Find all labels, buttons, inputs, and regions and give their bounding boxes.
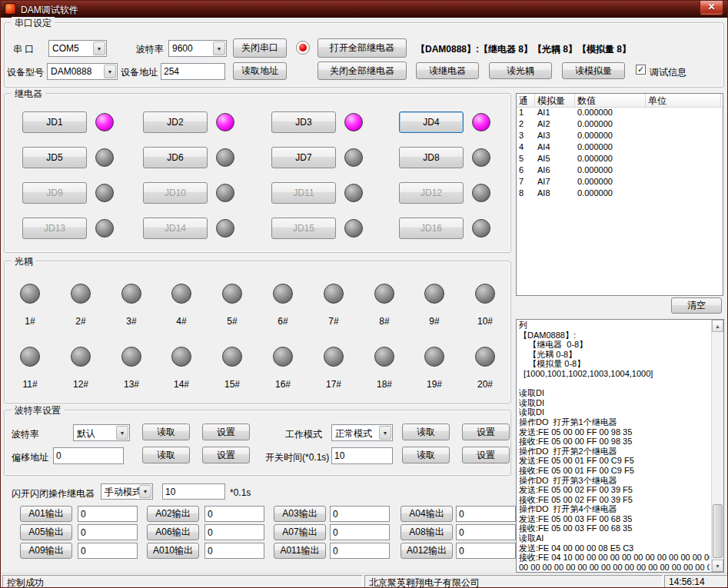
ao-input-11[interactable] xyxy=(330,543,390,559)
ao-button-A09输出[interactable]: A09输出 xyxy=(20,543,72,559)
relay-button-jd14[interactable]: JD14 xyxy=(143,218,208,239)
analog-row-1[interactable]: 1AI10.000000 xyxy=(517,108,723,119)
open-all-relays-button[interactable]: 打开全部继电器 xyxy=(317,38,407,58)
ao-button-A06输出[interactable]: A06输出 xyxy=(147,524,199,540)
baud-default-select[interactable]: 默认 xyxy=(73,424,130,441)
ao-button-A05输出[interactable]: A05输出 xyxy=(20,524,72,540)
ao-input-12[interactable] xyxy=(456,543,516,559)
ao-button-A03输出[interactable]: A03输出 xyxy=(274,506,326,522)
analog-row-2[interactable]: 2AI20.000000 xyxy=(517,119,723,131)
relay-button-jd15[interactable]: JD15 xyxy=(271,218,336,239)
relay-button-jd9[interactable]: JD9 xyxy=(22,182,87,204)
read-address-button[interactable]: 读取地址 xyxy=(233,62,287,80)
relay-button-jd16[interactable]: JD16 xyxy=(399,218,464,239)
device-model-value: DAM0888 xyxy=(51,66,91,77)
dropdown-arrow-icon[interactable] xyxy=(104,65,116,78)
close-icon: ✕ xyxy=(707,2,715,12)
dropdown-arrow-icon[interactable] xyxy=(116,426,128,440)
ao-button-A08输出[interactable]: A08输出 xyxy=(401,524,453,540)
read-opto-button[interactable]: 读光耦 xyxy=(489,62,552,79)
ao-button-A011输出[interactable]: A011输出 xyxy=(274,543,326,559)
relay-button-jd1[interactable]: JD1 xyxy=(22,111,87,133)
ao-button-A01输出[interactable]: A01输出 xyxy=(20,506,72,522)
switch-time-input[interactable] xyxy=(331,447,393,464)
analog-table[interactable]: 通模拟量数值单位1AI10.0000002AI20.0000003AI30.00… xyxy=(516,93,723,296)
log-panel[interactable]: 列【DAM0888】: 【继电器 0-8】 【光耦 0-8】 【模拟量 0-8】… xyxy=(516,319,724,573)
opto-label-20#: 20# xyxy=(470,379,500,390)
ao-input-1[interactable] xyxy=(78,506,138,522)
read-analog-button[interactable]: 读模拟量 xyxy=(562,62,625,79)
baud-read-button[interactable]: 读取 xyxy=(142,424,190,440)
baud-rate-select[interactable]: 9600 xyxy=(168,40,227,57)
work-mode-set-button[interactable]: 设置 xyxy=(462,424,510,440)
ao-input-4[interactable] xyxy=(456,506,516,522)
com-port-select[interactable]: COM5 xyxy=(48,40,107,57)
flash-mode-select[interactable]: 手动模式 xyxy=(101,483,153,500)
dropdown-arrow-icon[interactable] xyxy=(379,426,391,440)
close-serial-button[interactable]: 关闭串口 xyxy=(233,38,287,58)
relay-button-jd6[interactable]: JD6 xyxy=(143,147,208,168)
relay-button-jd2[interactable]: JD2 xyxy=(143,111,208,133)
relay-button-jd12[interactable]: JD12 xyxy=(399,182,464,204)
work-mode-select[interactable]: 正常模式 xyxy=(331,424,393,441)
ao-input-8[interactable] xyxy=(456,524,516,540)
device-address-input[interactable] xyxy=(161,63,225,80)
relay-button-jd13[interactable]: JD13 xyxy=(22,218,87,239)
ao-button-A04输出[interactable]: A04输出 xyxy=(401,506,453,522)
switch-time-read-button[interactable]: 读取 xyxy=(402,447,450,463)
scroll-down-icon[interactable] xyxy=(712,560,723,572)
relay-button-jd8[interactable]: JD8 xyxy=(399,147,464,168)
analog-row-5[interactable]: 5AI50.000000 xyxy=(517,154,723,165)
dropdown-arrow-icon[interactable] xyxy=(213,42,225,55)
close-all-relays-button[interactable]: 关闭全部继电器 xyxy=(317,61,407,80)
analog-row-8[interactable]: 8AI80.000000 xyxy=(517,188,723,200)
relay-button-jd11[interactable]: JD11 xyxy=(271,182,336,204)
switch-time-set-button[interactable]: 设置 xyxy=(462,447,510,463)
titlebar[interactable]: DAM调试软件 ✕ xyxy=(1,1,727,18)
analog-row-3[interactable]: 3AI30.000000 xyxy=(517,131,723,142)
offset-set-button[interactable]: 设置 xyxy=(202,447,250,463)
scrollbar-thumb[interactable] xyxy=(713,504,723,558)
relay-button-jd3[interactable]: JD3 xyxy=(271,111,336,133)
ao-input-6[interactable] xyxy=(204,524,264,540)
clear-button[interactable]: 清空 xyxy=(671,297,722,314)
close-button[interactable]: ✕ xyxy=(700,1,723,15)
debug-info-checkbox[interactable] xyxy=(636,65,646,75)
relay-button-jd4[interactable]: JD4 xyxy=(399,111,464,133)
ao-button-A07输出[interactable]: A07输出 xyxy=(274,524,326,540)
ao-input-5[interactable] xyxy=(78,524,138,540)
analog-row-7[interactable]: 7AI70.000000 xyxy=(517,177,723,188)
analog-row-6[interactable]: 6AI60.000000 xyxy=(517,165,723,177)
analog-col-header-3[interactable]: 数值 xyxy=(575,94,646,107)
analog-col-header-2[interactable]: 模拟量 xyxy=(535,94,575,107)
dropdown-arrow-icon[interactable] xyxy=(93,42,105,55)
ao-input-3[interactable] xyxy=(330,506,390,522)
analog-row-4[interactable]: 4AI40.000000 xyxy=(517,142,723,154)
relay-button-jd5[interactable]: JD5 xyxy=(22,147,87,168)
ao-input-7[interactable] xyxy=(330,524,390,540)
ao-button-A010输出[interactable]: A010输出 xyxy=(147,543,199,559)
relay-indicator-3 xyxy=(344,113,363,131)
work-mode-read-button[interactable]: 读取 xyxy=(402,424,450,440)
ao-input-10[interactable] xyxy=(204,543,264,559)
analog-col-header-4[interactable]: 单位 xyxy=(646,94,721,107)
ao-input-9[interactable] xyxy=(78,543,138,559)
scroll-up-icon[interactable] xyxy=(712,320,723,332)
baud-set-button[interactable]: 设置 xyxy=(202,424,250,440)
relay-button-jd7[interactable]: JD7 xyxy=(271,147,336,168)
ao-input-2[interactable] xyxy=(204,506,264,522)
relay-indicator-1 xyxy=(95,113,114,131)
offset-address-input[interactable] xyxy=(53,447,124,464)
ao-button-A012输出[interactable]: A012输出 xyxy=(401,543,453,559)
read-relay-button[interactable]: 读继电器 xyxy=(416,62,479,79)
opto-indicator-11# xyxy=(20,347,40,367)
analog-cell xyxy=(646,131,721,142)
device-model-select[interactable]: DAM0888 xyxy=(47,63,118,80)
offset-read-button[interactable]: 读取 xyxy=(142,447,190,463)
dropdown-arrow-icon[interactable] xyxy=(139,485,151,498)
flash-time-input[interactable] xyxy=(162,483,225,500)
log-scrollbar[interactable] xyxy=(711,320,723,572)
relay-button-jd10[interactable]: JD10 xyxy=(143,182,208,204)
ao-button-A02输出[interactable]: A02输出 xyxy=(147,506,199,522)
analog-col-header-1[interactable]: 通 xyxy=(517,94,535,107)
